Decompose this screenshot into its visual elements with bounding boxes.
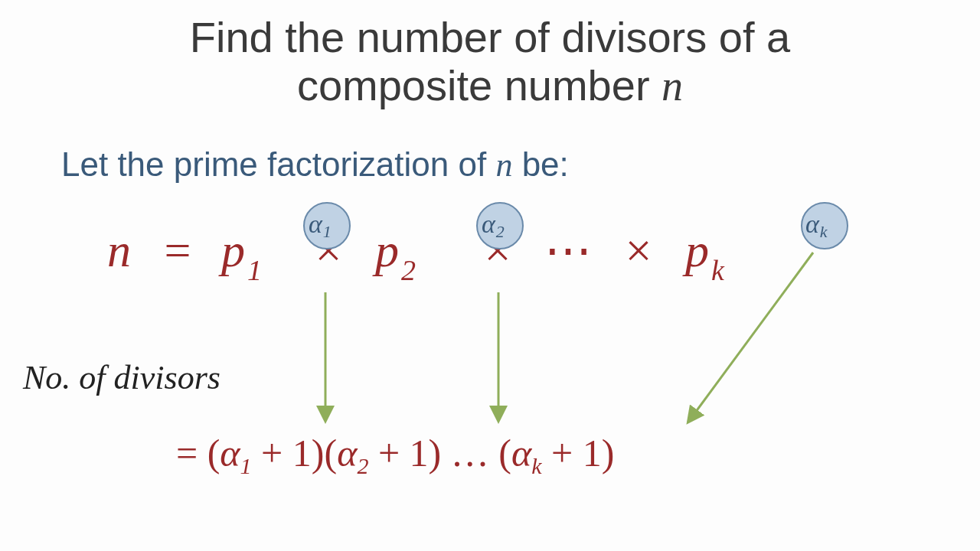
factorization-equation: n = p1 × p2 × ⋯ × pk [107, 222, 710, 278]
paren-open: ( [498, 432, 511, 474]
alpha-symbol: α [309, 210, 322, 239]
eq1-equals: = [165, 224, 212, 276]
sub-pre: Let the prime factorization of [61, 145, 495, 183]
times-3: × [625, 224, 652, 276]
p-sub-k: k [711, 253, 724, 287]
alpha-sub-1: 1 [323, 222, 332, 242]
exponent-alpha1: α1 [309, 210, 332, 239]
alpha-symbol: α [482, 210, 495, 239]
alpha-symbol: α [805, 210, 819, 239]
title-line-1: Find the number of divisors of a [190, 13, 790, 61]
alpha: α [511, 432, 531, 474]
p-letter: p [685, 224, 709, 276]
paren-open: ( [207, 432, 220, 474]
paren-close: ) [429, 432, 442, 474]
paren-open: ( [324, 432, 337, 474]
eq1-dots: ⋯ [544, 224, 592, 276]
alpha: α [337, 432, 357, 474]
slide-title: Find the number of divisors of a composi… [0, 14, 980, 109]
alpha: α [220, 432, 240, 474]
alpha-sub-k: k [820, 222, 828, 242]
sub-post: be: [512, 145, 568, 183]
plus-one: + 1 [541, 432, 601, 474]
title-variable-n: n [662, 62, 683, 109]
plus-one: + 1 [252, 432, 312, 474]
prime-p2: p2 [375, 223, 399, 278]
p-letter: p [375, 224, 399, 276]
title-line-2-pre: composite number [297, 61, 662, 109]
paren-close: ) [312, 432, 325, 474]
sub-k: k [531, 453, 541, 478]
divisor-count-equation: = (α1 + 1)(α2 + 1) … (αk + 1) [176, 431, 614, 475]
p-sub-1: 1 [247, 253, 262, 287]
exponent-alphak: αk [805, 210, 828, 239]
subheading: Let the prime factorization of n be: [61, 145, 569, 184]
plus-one: + 1 [368, 432, 428, 474]
prime-pk: pk [685, 223, 709, 278]
sub-2: 2 [357, 453, 368, 478]
arrow-alphak [689, 253, 813, 421]
p-sub-2: 2 [401, 253, 416, 287]
paren-close: ) [602, 432, 615, 474]
alpha-sub-2: 2 [496, 222, 505, 242]
sub-variable-n: n [495, 146, 512, 184]
sub-1: 1 [240, 453, 252, 478]
exponent-alpha2: α2 [482, 210, 505, 239]
eq2-equals: = [176, 432, 207, 474]
prime-p1: p1 [221, 223, 245, 278]
p-letter: p [221, 224, 245, 276]
eq2-dots: … [451, 432, 499, 474]
label-number-of-divisors: No. of divisors [23, 358, 220, 397]
eq1-lhs-n: n [107, 224, 131, 276]
